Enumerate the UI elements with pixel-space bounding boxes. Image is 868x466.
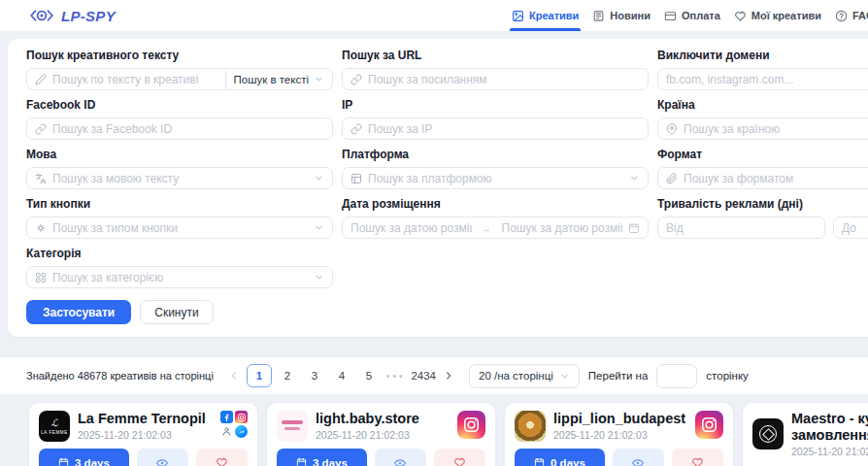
filter-panel: Пошук креативного тексту Пошук в тексті …	[8, 39, 868, 337]
exclude-domains-input[interactable]	[666, 73, 868, 86]
filter-exclude-domains: Виключити домени	[657, 47, 868, 90]
main-nav: Креативи Новини Оплата Мої креативи FAQ	[510, 0, 868, 31]
creative-card[interactable]: Maestro - кухні, ме замовлення в Ужго 20…	[743, 403, 868, 466]
instagram-icon	[235, 411, 248, 423]
filter-ip: IP	[342, 96, 649, 140]
pagination-page-4[interactable]: 4	[330, 364, 353, 387]
field-label: Мова	[26, 148, 333, 161]
instagram-icon	[695, 411, 723, 439]
view-button[interactable]	[375, 449, 426, 466]
field-label: Пошук за URL	[342, 49, 649, 62]
days-button[interactable]: 3 days	[277, 449, 367, 466]
nav-item-news[interactable]: Новини	[590, 0, 652, 31]
creative-text-input[interactable]	[52, 73, 217, 86]
like-button[interactable]	[434, 449, 485, 466]
link-icon	[35, 123, 47, 135]
filter-country: Країна	[657, 96, 868, 140]
nav-item-creatives[interactable]: Креативи	[510, 0, 581, 31]
view-button[interactable]	[137, 449, 188, 466]
brand-logo[interactable]: LP-SPY	[29, 0, 116, 31]
nav-item-faq[interactable]: FAQ	[833, 0, 868, 31]
nav-label: Мої креативи	[751, 10, 821, 21]
page-size-value: 20 /на сторінці	[479, 370, 553, 382]
field-label: Категорія	[26, 247, 333, 260]
filter-creative-text: Пошук креативного тексту Пошук в тексті	[26, 47, 333, 90]
country-input[interactable]	[684, 122, 868, 136]
creative-card[interactable]: ℒ LA FEMME La Femme Ternopil 2025-11-20 …	[29, 403, 257, 466]
pagination-last-page[interactable]: 2434	[411, 364, 436, 387]
chevron-down-icon	[314, 222, 324, 233]
placement-date-from-input[interactable]	[351, 221, 472, 235]
days-button[interactable]: 0 days	[515, 449, 605, 466]
duration-from-input[interactable]	[666, 221, 817, 235]
filter-placement-date: Дата розміщення →	[342, 195, 649, 239]
pagination-next-button[interactable]	[438, 370, 459, 382]
placement-date-to-input[interactable]	[502, 221, 623, 235]
filter-format: Формат	[657, 146, 868, 189]
view-button[interactable]	[613, 449, 664, 466]
gear-icon	[35, 222, 47, 234]
map-pin-icon	[666, 123, 678, 135]
page-size-select[interactable]: 20 /на сторінці	[469, 364, 580, 388]
text-search-mode-value: Пошук в тексті	[234, 74, 309, 85]
days-button[interactable]: 3 days	[39, 449, 129, 466]
goto-page-input[interactable]	[656, 364, 697, 388]
creative-text-inputbox: Пошук в тексті	[26, 68, 333, 90]
nav-label: Новини	[610, 10, 651, 21]
heart-icon	[691, 456, 704, 466]
like-button[interactable]	[196, 449, 248, 466]
field-label: Facebook ID	[26, 98, 333, 112]
chevron-down-icon	[314, 74, 324, 84]
exclude-domains-inputbox	[657, 68, 868, 90]
text-search-mode-select[interactable]: Пошук в тексті	[225, 69, 324, 89]
creative-card[interactable]: lippi_lion_budapest 2025-11-20 21:02:03 …	[505, 403, 733, 466]
apply-button[interactable]: Застосувати	[26, 300, 131, 324]
pagination-prev-button[interactable]	[223, 370, 245, 382]
calendar-icon	[628, 222, 640, 234]
avatar[interactable]	[752, 418, 784, 449]
language-input[interactable]	[52, 172, 308, 185]
ip-input[interactable]	[368, 122, 640, 136]
field-label: Дата розміщення	[342, 197, 649, 211]
arrow-right-icon: →	[478, 222, 496, 234]
nav-label: Оплата	[682, 10, 720, 21]
eye-icon	[155, 456, 169, 466]
filter-facebook-id: Facebook ID	[26, 96, 333, 140]
category-select[interactable]	[26, 266, 333, 288]
platform-input[interactable]	[368, 172, 623, 185]
nav-item-payment[interactable]: Оплата	[662, 0, 722, 31]
platform-select[interactable]	[342, 167, 649, 189]
nav-item-my-creatives[interactable]: Мої креативи	[732, 0, 823, 31]
language-select[interactable]	[26, 167, 333, 189]
like-button[interactable]	[672, 449, 723, 466]
avatar[interactable]: ℒ LA FEMME	[39, 411, 70, 442]
filter-category: Категорія	[26, 245, 333, 288]
goto-page-suffix: сторінку	[706, 370, 749, 382]
card-date: 2025-11-20 21:02:03	[553, 429, 687, 441]
instagram-icon	[457, 411, 485, 439]
chevron-right-icon	[443, 370, 454, 382]
pagination-page-5[interactable]: 5	[357, 364, 381, 387]
pagination-page-1[interactable]: 1	[247, 364, 272, 387]
card-date: 2025-11-20 21:02:03	[78, 429, 213, 441]
duration-to-input[interactable]	[842, 221, 868, 235]
facebook-id-input[interactable]	[52, 122, 324, 136]
format-input[interactable]	[684, 172, 868, 185]
button-type-select[interactable]	[26, 216, 333, 239]
button-type-input[interactable]	[52, 221, 308, 235]
lp-spy-eye-icon	[29, 7, 54, 24]
url-inputbox	[342, 68, 649, 90]
avatar[interactable]	[515, 411, 546, 442]
creative-card[interactable]: light.baby.store 2025-11-20 21:02:03 3 d…	[267, 403, 495, 466]
reset-button[interactable]: Скинути	[140, 300, 213, 324]
pagination-page-3[interactable]: 3	[303, 364, 326, 387]
heart-icon	[734, 10, 747, 22]
pagination-page-2[interactable]: 2	[276, 364, 299, 387]
category-input[interactable]	[52, 271, 308, 284]
facebook-id-inputbox	[26, 117, 333, 140]
url-input[interactable]	[368, 73, 640, 86]
days-label: 0 days	[551, 457, 585, 466]
avatar[interactable]	[277, 411, 308, 442]
pagination-ellipsis[interactable]: •••	[386, 371, 406, 382]
card-title: La Femme Ternopil	[78, 411, 213, 427]
